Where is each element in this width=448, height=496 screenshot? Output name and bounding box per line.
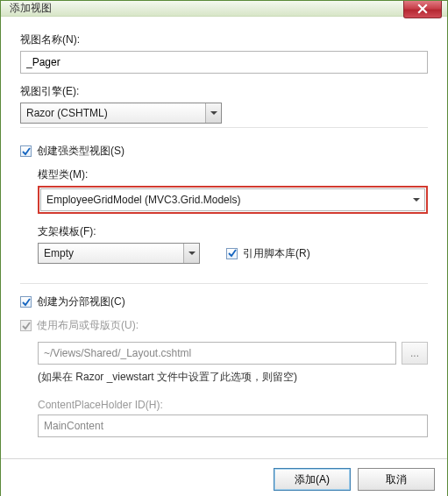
checkbox-icon — [20, 145, 32, 157]
chevron-down-icon — [205, 103, 221, 123]
dialog-body: 视图名称(N): 视图引擎(E): Razor (CSHTML) 创建强类型视图… — [1, 17, 447, 458]
cph-label: ContentPlaceHolder ID(H): — [38, 399, 428, 411]
browse-button: ... — [402, 342, 428, 365]
titlebar: 添加视图 — [1, 1, 447, 17]
view-name-label: 视图名称(N): — [20, 32, 428, 47]
dialog-footer: 添加(A) 取消 — [1, 458, 447, 496]
ref-scripts-label: 引用脚本库(R) — [243, 246, 310, 261]
use-layout-checkbox-row: 使用布局或母版页(U): — [20, 318, 428, 333]
view-engine-label: 视图引擎(E): — [20, 84, 428, 99]
close-icon — [417, 2, 428, 18]
window-title: 添加视图 — [10, 1, 52, 16]
model-class-combo[interactable]: EmployeeGridModel (MVC3.Grid.Models) — [40, 188, 425, 211]
dialog-window: 添加视图 视图名称(N): 视图引擎(E): Razor (CSHTML) 创建… — [0, 0, 448, 496]
use-layout-label: 使用布局或母版页(U): — [37, 318, 139, 333]
checkbox-icon — [20, 296, 32, 308]
chevron-down-icon — [409, 189, 424, 210]
model-class-label: 模型类(M): — [38, 167, 428, 182]
scaffold-combo[interactable]: Empty — [38, 243, 200, 264]
layout-hint: (如果在 Razor _viewstart 文件中设置了此选项，则留空) — [38, 370, 428, 385]
checkbox-icon — [226, 248, 238, 259]
strongly-typed-label: 创建强类型视图(S) — [37, 144, 124, 159]
partial-view-label: 创建为分部视图(C) — [37, 294, 125, 309]
view-name-input[interactable] — [20, 51, 428, 74]
layout-path-input — [38, 342, 396, 365]
model-class-value: EmployeeGridModel (MVC3.Grid.Models) — [46, 194, 240, 206]
view-engine-combo[interactable]: Razor (CSHTML) — [20, 103, 222, 124]
ref-scripts-checkbox-row[interactable]: 引用脚本库(R) — [226, 246, 310, 261]
cph-input — [38, 415, 428, 437]
scaffold-value: Empty — [44, 247, 74, 259]
chevron-down-icon — [183, 244, 199, 263]
partial-view-checkbox-row[interactable]: 创建为分部视图(C) — [20, 294, 428, 309]
cancel-button[interactable]: 取消 — [358, 468, 435, 491]
close-button[interactable] — [403, 1, 442, 18]
view-engine-value: Razor (CSHTML) — [26, 107, 108, 119]
add-button[interactable]: 添加(A) — [274, 468, 351, 491]
checkbox-icon — [20, 320, 32, 331]
scaffold-label: 支架模板(F): — [38, 224, 428, 239]
strongly-typed-checkbox-row[interactable]: 创建强类型视图(S) — [20, 144, 428, 159]
